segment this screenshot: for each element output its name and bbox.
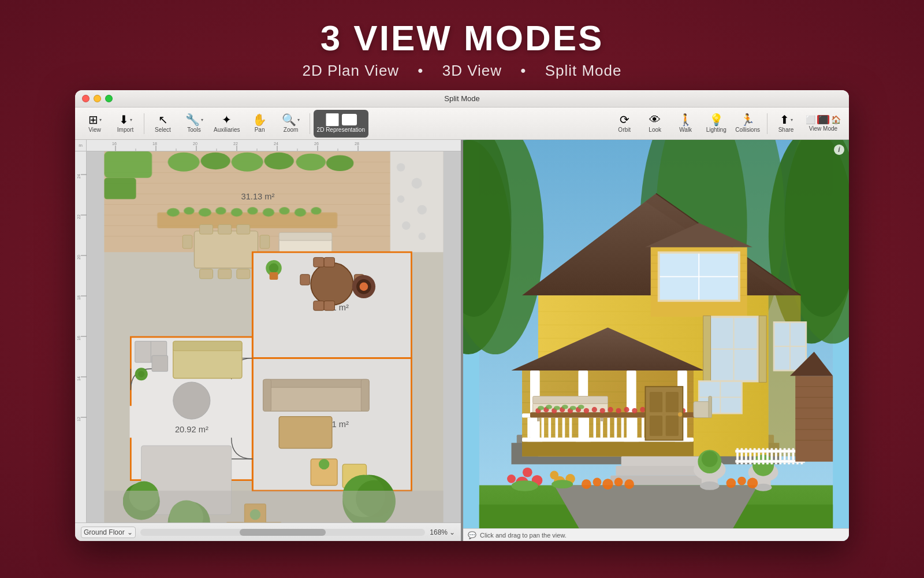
svg-rect-77 xyxy=(182,235,192,249)
orbit-button[interactable]: ⟳ Orbit xyxy=(609,110,639,138)
svg-text:12: 12 xyxy=(77,417,81,421)
svg-point-67 xyxy=(279,207,289,214)
toolbar-3d-group: ⟳ Orbit 👁 Look 🚶 Walk 💡 Lighting 🏃 Colli xyxy=(609,110,763,138)
tools-button[interactable]: 🔧 ▾ Tools xyxy=(179,110,209,138)
view-button[interactable]: ⊞ ▾ View xyxy=(80,110,110,138)
ruler-top: 16 18 20 22 24 26 28 xyxy=(87,140,461,151)
viewmode-button[interactable]: ⬜ ⬛ 🏠 View Mode xyxy=(802,110,844,138)
select-label: Select xyxy=(155,127,171,133)
zoom-value: 168% xyxy=(430,528,448,536)
svg-rect-298 xyxy=(709,396,712,417)
import-icon: ⬇ xyxy=(119,114,129,125)
svg-rect-108 xyxy=(300,275,310,285)
svg-point-281 xyxy=(702,451,718,467)
collisions-label: Collisions xyxy=(735,127,760,133)
svg-rect-99 xyxy=(152,355,168,372)
svg-rect-52 xyxy=(105,178,136,199)
svg-rect-105 xyxy=(324,257,334,267)
svg-point-122 xyxy=(319,459,329,469)
svg-point-236 xyxy=(640,407,645,412)
auxiliaries-button[interactable]: ✦ Auxiliaries xyxy=(210,110,244,138)
floor-selector[interactable]: Ground Floor ⌄ xyxy=(81,527,136,538)
zoom-button[interactable]: 🔍 ▾ Zoom xyxy=(276,110,306,138)
share-button[interactable]: ⬆ ▾ Share xyxy=(771,110,801,138)
svg-rect-210 xyxy=(635,418,638,438)
svg-rect-202 xyxy=(562,418,565,438)
import-button[interactable]: ⬇ ▾ Import xyxy=(110,110,140,138)
look-button[interactable]: 👁 Look xyxy=(640,110,670,138)
orbit-label: Orbit xyxy=(618,127,631,133)
svg-point-275 xyxy=(511,480,538,491)
svg-rect-178 xyxy=(522,440,694,457)
svg-point-291 xyxy=(726,478,736,488)
titlebar: Split Mode xyxy=(75,90,849,108)
svg-point-48 xyxy=(418,205,427,215)
dot2: • xyxy=(520,62,526,79)
svg-rect-207 xyxy=(608,418,610,438)
svg-rect-107 xyxy=(324,301,334,311)
svg-point-233 xyxy=(616,408,621,413)
svg-point-96 xyxy=(173,382,210,419)
svg-point-53 xyxy=(168,153,200,172)
subtitle-split: Split Mode xyxy=(545,62,622,79)
svg-point-274 xyxy=(550,470,558,479)
view-2d[interactable]: m 16 18 20 22 24 xyxy=(75,140,461,541)
select-button[interactable]: ↖ Select xyxy=(148,110,178,138)
ruler-left: 24 22 20 18 16 14 12 xyxy=(75,151,87,523)
svg-point-245 xyxy=(562,405,568,409)
svg-point-288 xyxy=(602,479,613,490)
svg-text:20.92 m²: 20.92 m² xyxy=(175,425,208,434)
svg-rect-258 xyxy=(666,392,679,412)
svg-point-62 xyxy=(199,208,211,217)
pan-label: Pan xyxy=(255,127,265,133)
svg-point-293 xyxy=(747,478,758,489)
svg-rect-297 xyxy=(694,402,710,418)
representation-button[interactable]: ⬜ ⬛ 2D Representation xyxy=(314,110,368,138)
ruler-corner: m xyxy=(75,140,87,151)
svg-point-56 xyxy=(264,153,293,169)
svg-rect-262 xyxy=(621,456,707,466)
svg-point-47 xyxy=(397,195,405,203)
svg-point-261 xyxy=(678,412,682,416)
svg-rect-252 xyxy=(759,316,766,382)
zoom-display: 168% ⌄ xyxy=(430,528,455,536)
svg-rect-76 xyxy=(237,269,250,279)
svg-point-231 xyxy=(600,408,605,413)
svg-text:16: 16 xyxy=(77,336,81,340)
zoom-label: Zoom xyxy=(284,127,299,133)
tools-label: Tools xyxy=(187,127,200,133)
svg-point-68 xyxy=(295,208,306,217)
svg-rect-208 xyxy=(614,418,617,438)
import-label: Import xyxy=(117,127,133,133)
pan-button[interactable]: ✋ Pan xyxy=(245,110,275,138)
svg-rect-117 xyxy=(279,417,332,449)
svg-point-246 xyxy=(570,406,576,410)
svg-rect-203 xyxy=(569,418,572,438)
lighting-button[interactable]: 💡 Lighting xyxy=(701,110,731,138)
scrollbar-thumb xyxy=(240,529,325,536)
3d-scene xyxy=(463,140,849,541)
svg-rect-135 xyxy=(105,491,444,523)
info-button[interactable]: i xyxy=(834,144,844,155)
minimize-button[interactable] xyxy=(94,95,101,102)
view-3d[interactable]: i xyxy=(463,140,849,541)
walk-label: Walk xyxy=(679,127,692,133)
maximize-button[interactable] xyxy=(105,95,113,102)
toolbar: ⊞ ▾ View ⬇ ▾ Import ↖ Select 🔧 xyxy=(75,108,849,140)
horizontal-scrollbar[interactable] xyxy=(140,529,426,536)
lighting-icon: 💡 xyxy=(709,114,724,125)
look-label: Look xyxy=(649,127,661,133)
toolbar-sep-1 xyxy=(144,113,144,134)
svg-point-101 xyxy=(138,371,144,377)
svg-point-65 xyxy=(247,207,258,214)
close-button[interactable] xyxy=(82,95,90,102)
view-icon: ⊞ xyxy=(88,114,98,125)
floor-chevron-icon: ⌄ xyxy=(127,528,133,536)
svg-rect-93 xyxy=(130,406,132,438)
walk-button[interactable]: 🚶 Walk xyxy=(670,110,701,138)
svg-rect-200 xyxy=(549,418,552,438)
svg-rect-197 xyxy=(527,418,530,438)
svg-text:14: 14 xyxy=(77,376,81,381)
collisions-button[interactable]: 🏃 Collisions xyxy=(732,110,763,138)
svg-rect-219 xyxy=(533,396,608,403)
